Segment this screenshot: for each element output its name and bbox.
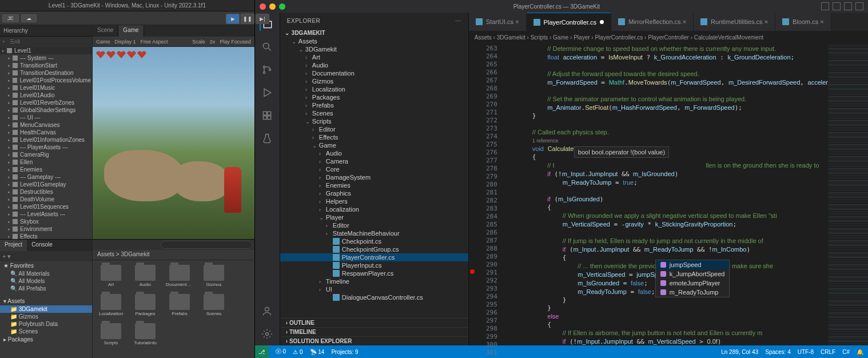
- folder-item[interactable]: Graphics: [280, 189, 468, 197]
- folder-item[interactable]: Gizmos: [280, 77, 468, 85]
- folder-item[interactable]: Camera: [280, 157, 468, 165]
- editor-tab[interactable]: Bloom.cs ×: [775, 13, 831, 31]
- assets-section[interactable]: ▾ Assets: [0, 297, 92, 305]
- indent[interactable]: Spaces: 4: [765, 349, 790, 355]
- project-section[interactable]: 3DGAMEKIT: [280, 29, 468, 37]
- favorite-item[interactable]: 🔍 All Prefabs: [0, 285, 92, 292]
- folder-item[interactable]: Timeline: [280, 277, 468, 285]
- project-search[interactable]: [161, 241, 252, 249]
- folder-item[interactable]: Audio: [132, 265, 159, 287]
- radio-count[interactable]: 📡 14: [310, 349, 325, 355]
- scene-tab[interactable]: Scene: [93, 25, 118, 37]
- solution-section[interactable]: SOLUTION EXPLORER: [280, 336, 468, 345]
- hierarchy-item[interactable]: Level01Gameplay: [0, 181, 92, 188]
- cloud-button[interactable]: ☁: [21, 14, 37, 22]
- hierarchy-item[interactable]: TransitionDestination: [0, 69, 92, 77]
- language[interactable]: C#: [842, 349, 850, 355]
- asset-item[interactable]: 📁 Gizmos: [0, 313, 92, 320]
- folder-item[interactable]: UI: [280, 285, 468, 293]
- folder-item[interactable]: Prefabs: [280, 101, 468, 109]
- play-button[interactable]: ▶: [226, 14, 240, 24]
- layout-icon[interactable]: [833, 2, 841, 10]
- folder-item[interactable]: Scenes: [200, 294, 228, 316]
- warnings-count[interactable]: ⚠ 0: [293, 349, 302, 355]
- hierarchy-item[interactable]: Skybox: [0, 218, 92, 225]
- hierarchy-item[interactable]: --- LevelAssets ---: [0, 210, 92, 218]
- folder-item[interactable]: Art: [97, 265, 125, 287]
- hierarchy-item[interactable]: --- System ---: [0, 54, 92, 62]
- hierarchy-item[interactable]: Level01ReverbZones: [0, 99, 92, 106]
- hierarchy-item[interactable]: Destructibles: [0, 188, 92, 196]
- folder-item[interactable]: Localization: [97, 294, 125, 316]
- folder-item[interactable]: Assets: [280, 37, 468, 45]
- file-item[interactable]: PlayerController.cs: [280, 253, 468, 261]
- close-window[interactable]: [260, 3, 266, 10]
- layout-icon[interactable]: [821, 2, 829, 10]
- projects[interactable]: Projects: 9: [331, 349, 358, 355]
- folder-item[interactable]: Scenes: [280, 109, 468, 117]
- intellisense-popup[interactable]: jumpSpeedk_JumpAbortSpeedemoteJumpPlayer…: [655, 260, 730, 297]
- folder-item[interactable]: Packages: [280, 93, 468, 101]
- file-item[interactable]: PlayerInput.cs: [280, 261, 468, 269]
- hierarchy-item[interactable]: HealthCanvas: [0, 129, 92, 136]
- intellisense-item[interactable]: k_JumpAbortSpeed: [656, 269, 730, 279]
- hierarchy-item[interactable]: --- Gameplay ---: [0, 173, 92, 181]
- folder-item[interactable]: Prefabs: [166, 294, 193, 316]
- pause-button[interactable]: ❚❚: [241, 14, 254, 24]
- hierarchy-item[interactable]: --- UI ---: [0, 114, 92, 121]
- layout-icon[interactable]: [855, 2, 863, 10]
- folder-item[interactable]: Localization: [280, 205, 468, 213]
- hierarchy-item[interactable]: Effects: [0, 233, 92, 239]
- intellisense-item[interactable]: emoteJumpPlayer: [656, 279, 730, 288]
- intellisense-item[interactable]: jumpSpeed: [656, 260, 730, 269]
- editor-tab[interactable]: PlayerController.cs: [527, 13, 611, 31]
- project-tab[interactable]: Project: [0, 240, 27, 251]
- file-item[interactable]: CheckpointGroup.cs: [280, 245, 468, 253]
- editor-tab[interactable]: StartUI.cs ×: [469, 13, 527, 31]
- folder-item[interactable]: StateMachineBehaviour: [280, 229, 468, 237]
- hierarchy-item[interactable]: Level01Sequences: [0, 203, 92, 210]
- hierarchy-item[interactable]: Level01Audio: [0, 92, 92, 99]
- packages-section[interactable]: ▸ Packages: [0, 335, 92, 344]
- game-dropdown[interactable]: Game: [96, 39, 110, 45]
- file-item[interactable]: DialogueCanvasController.cs: [280, 293, 468, 301]
- display-dropdown[interactable]: Display 1: [115, 39, 136, 45]
- minimap[interactable]: [828, 43, 868, 345]
- folder-item[interactable]: Enemies: [280, 181, 468, 189]
- settings-icon[interactable]: [260, 327, 274, 341]
- folder-item[interactable]: Art: [280, 53, 468, 61]
- project-breadcrumb[interactable]: Assets > 3DGamekit: [93, 250, 254, 260]
- hierarchy-item[interactable]: Level01Music: [0, 84, 92, 92]
- folder-item[interactable]: Player: [280, 213, 468, 221]
- timeline-section[interactable]: TIMELINE: [280, 327, 468, 336]
- asset-item[interactable]: 📁 Scenes: [0, 328, 92, 335]
- folder-item[interactable]: Scripts: [97, 323, 125, 345]
- game-tab[interactable]: Game: [118, 25, 144, 37]
- folder-item[interactable]: Audio: [280, 61, 468, 69]
- folder-item[interactable]: TutorialInfo: [132, 323, 159, 345]
- maximize-window[interactable]: [279, 3, 285, 10]
- project-toolbar[interactable]: + ▾: [0, 251, 92, 261]
- folder-item[interactable]: Localization: [280, 85, 468, 93]
- project-search-bar[interactable]: [93, 240, 254, 250]
- remote-indicator[interactable]: ⎇: [255, 345, 269, 358]
- extensions-icon[interactable]: [260, 109, 274, 122]
- folder-item[interactable]: Game: [280, 141, 468, 149]
- file-item[interactable]: Checkpoint.cs: [280, 237, 468, 245]
- notifications[interactable]: 🔔: [857, 349, 863, 355]
- breakpoint-icon[interactable]: [470, 269, 475, 274]
- errors-count[interactable]: ⓧ 0: [276, 348, 286, 356]
- folder-item[interactable]: Core: [280, 165, 468, 173]
- layout-icon[interactable]: [844, 2, 852, 10]
- folder-item[interactable]: Effects: [280, 133, 468, 141]
- editor-tab[interactable]: RuntimeUtilities.cs ×: [694, 13, 775, 31]
- folder-item[interactable]: Helpers: [280, 197, 468, 205]
- folder-item[interactable]: Editor: [280, 221, 468, 229]
- asset-item[interactable]: 📁 Polybrush Data: [0, 320, 92, 328]
- outline-section[interactable]: OUTLINE: [280, 318, 468, 327]
- debug-icon[interactable]: [260, 86, 274, 100]
- hierarchy-item[interactable]: TransitionStart: [0, 62, 92, 69]
- favorites-section[interactable]: ★ Favorites: [0, 261, 92, 270]
- search-icon[interactable]: [260, 40, 274, 54]
- hierarchy-item[interactable]: Ellen: [0, 158, 92, 166]
